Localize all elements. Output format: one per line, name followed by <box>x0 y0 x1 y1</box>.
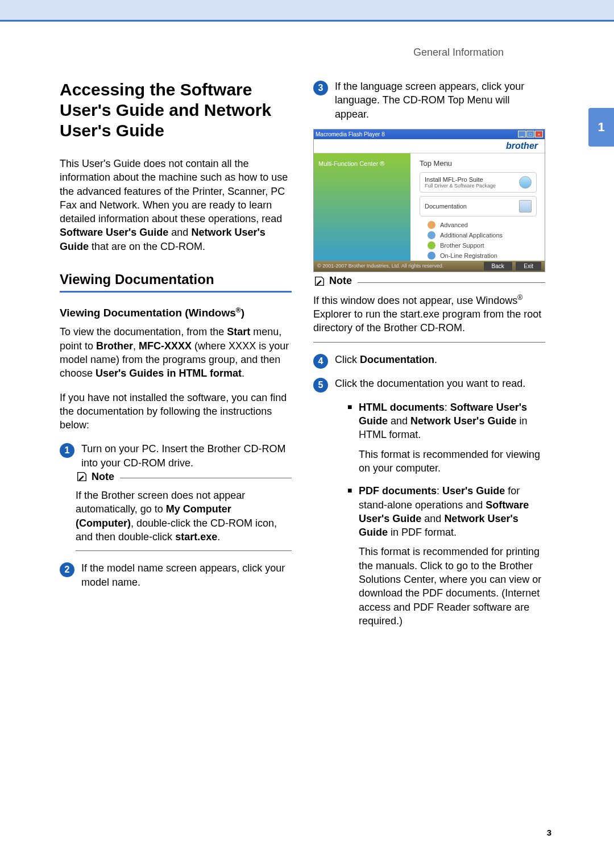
note-icon <box>76 470 88 483</box>
ss-brother-support[interactable]: Brother Support <box>428 240 537 251</box>
intro-paragraph: This User's Guide does not contain all t… <box>60 157 292 253</box>
page-number: 3 <box>547 828 551 837</box>
step-number-1: 1 <box>60 443 74 458</box>
note-1-body: If the Brother screen does not appear au… <box>76 484 292 544</box>
note-2: Note If this window does not appear, use… <box>313 282 545 343</box>
html-recommend: This format is recommended for viewing o… <box>359 448 545 475</box>
step-5-text: Click the documentation you want to read… <box>335 377 545 393</box>
step-number-5: 5 <box>313 378 328 393</box>
step-3: 3 If the language screen appears, click … <box>313 80 545 121</box>
note-2-head: Note <box>313 275 358 287</box>
html-documents: HTML documents: Software User's Guide an… <box>347 400 545 475</box>
ss-footer: © 2001-2007 Brother Industries, Ltd. All… <box>314 261 545 272</box>
page-title: Accessing the Software User's Guide and … <box>60 80 292 141</box>
win-p1: To view the documentation, from the Star… <box>60 325 292 380</box>
left-column: Accessing the Software User's Guide and … <box>60 80 292 637</box>
step-1-text: Turn on your PC. Insert the Brother CD-R… <box>81 442 292 470</box>
step-2-text: If the model name screen appears, click … <box>81 561 292 589</box>
step-2: 2 If the model name screen appears, clic… <box>60 561 292 589</box>
close-icon[interactable]: × <box>535 131 543 137</box>
step-number-3: 3 <box>313 81 328 95</box>
note-2-body: If this window does not appear, use Wind… <box>313 289 545 335</box>
ss-top-menu-label: Top Menu <box>420 159 545 168</box>
note-1: Note If the Brother screen does not appe… <box>76 478 292 551</box>
exit-button[interactable]: Exit <box>516 262 541 270</box>
back-button[interactable]: Back <box>484 262 512 270</box>
cdrom-menu-screenshot: Macromedia Flash Player 8 _ □ × brother … <box>313 129 545 272</box>
top-bar <box>0 0 614 22</box>
ss-install-button[interactable]: Install MFL-Pro Suite Full Driver & Soft… <box>420 172 537 193</box>
minimize-icon[interactable]: _ <box>518 131 526 137</box>
ss-documentation-button[interactable]: Documentation <box>420 196 537 216</box>
ss-body: Multi-Function Center ® Top Menu Install… <box>314 153 545 261</box>
step-number-2: 2 <box>60 562 74 577</box>
header-section: General Information <box>413 47 504 59</box>
step-1: 1 Turn on your PC. Insert the Brother CD… <box>60 442 292 470</box>
doc-format-list: HTML documents: Software User's Guide an… <box>347 400 545 628</box>
maximize-icon[interactable]: □ <box>526 131 534 137</box>
ss-submenu: Advanced Additional Applications Brother… <box>428 220 537 261</box>
ss-brand: brother <box>314 139 545 153</box>
note-icon <box>313 275 326 287</box>
note-1-head: Note <box>76 470 120 483</box>
step-5: 5 Click the documentation you want to re… <box>313 377 545 393</box>
win-p2: If you have not installed the software, … <box>60 391 292 432</box>
pdf-documents: PDF documents: User's Guide for stand-al… <box>347 484 545 628</box>
chapter-tab: 1 <box>588 108 614 147</box>
ss-online-registration[interactable]: On-Line Registration <box>428 251 537 261</box>
doc-icon <box>519 200 532 212</box>
pdf-recommend: This format is recommended for printing … <box>359 545 545 628</box>
content: Accessing the Software User's Guide and … <box>60 80 549 637</box>
ss-additional-apps[interactable]: Additional Applications <box>428 230 537 240</box>
ss-advanced[interactable]: Advanced <box>428 220 537 230</box>
disc-icon <box>519 176 532 189</box>
ss-window-buttons: _ □ × <box>518 131 543 137</box>
step-4-text: Click Documentation. <box>335 353 545 369</box>
step-4: 4 Click Documentation. <box>313 353 545 369</box>
h2-viewing: Viewing Documentation <box>60 272 292 293</box>
h3-windows: Viewing Documentation (Windows®) <box>60 306 292 319</box>
step-number-4: 4 <box>313 354 328 369</box>
ss-main: Top Menu Install MFL-Pro Suite Full Driv… <box>410 153 545 261</box>
ss-title: Macromedia Flash Player 8 <box>316 131 385 137</box>
ss-copyright: © 2001-2007 Brother Industries, Ltd. All… <box>317 263 443 269</box>
right-column: 3 If the language screen appears, click … <box>313 80 545 637</box>
ss-titlebar: Macromedia Flash Player 8 _ □ × <box>314 130 545 139</box>
step-3-text: If the language screen appears, click yo… <box>335 80 545 121</box>
ss-sidebar: Multi-Function Center ® <box>314 153 410 261</box>
